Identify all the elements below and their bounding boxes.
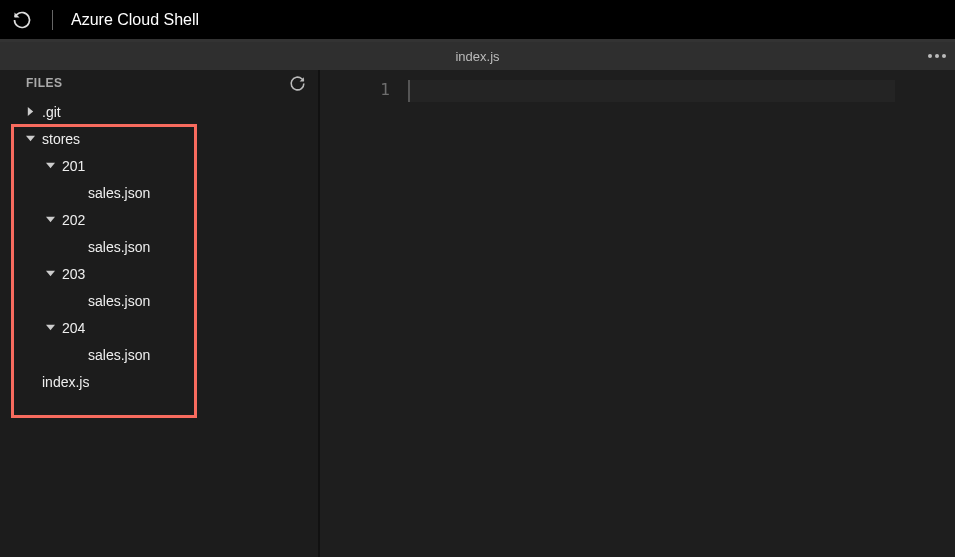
file-tree: .gitstores201sales.json202sales.json203s… — [0, 96, 318, 397]
line-gutter: 1 — [320, 70, 408, 557]
restart-button[interactable] — [10, 8, 34, 32]
line-number: 1 — [320, 80, 408, 102]
code-content[interactable] — [408, 70, 955, 557]
tree-item[interactable]: .git — [0, 98, 318, 125]
active-tab-title[interactable]: index.js — [455, 49, 499, 64]
tree-item[interactable]: sales.json — [0, 341, 318, 368]
tree-item-label: 203 — [62, 266, 85, 282]
tree-item[interactable]: index.js — [0, 368, 318, 395]
tree-item[interactable]: 201 — [0, 152, 318, 179]
svg-point-0 — [928, 54, 932, 58]
top-toolbar: Azure Cloud Shell — [0, 0, 955, 42]
tree-item-label: .git — [42, 104, 61, 120]
tree-item[interactable]: sales.json — [0, 179, 318, 206]
toolbar-divider — [52, 10, 53, 30]
svg-point-1 — [935, 54, 939, 58]
file-explorer-sidebar: FILES .gitstores201sales.json202sales.js… — [0, 70, 320, 557]
ellipsis-icon — [927, 53, 947, 59]
app-title: Azure Cloud Shell — [71, 11, 199, 29]
tree-item-label: index.js — [42, 374, 89, 390]
tree-item-label: sales.json — [88, 293, 150, 309]
tree-item[interactable]: sales.json — [0, 287, 318, 314]
chevron-down-icon — [44, 214, 56, 226]
main-area: FILES .gitstores201sales.json202sales.js… — [0, 70, 955, 557]
chevron-down-icon — [44, 160, 56, 172]
chevron-down-icon — [24, 133, 36, 145]
restart-icon — [12, 10, 32, 30]
tree-item-label: sales.json — [88, 185, 150, 201]
refresh-files-button[interactable] — [289, 75, 306, 92]
svg-point-2 — [942, 54, 946, 58]
tree-item-label: 201 — [62, 158, 85, 174]
tab-overflow-menu[interactable] — [927, 53, 947, 59]
files-header: FILES — [0, 70, 318, 96]
tree-item[interactable]: 204 — [0, 314, 318, 341]
tree-item-label: sales.json — [88, 347, 150, 363]
tab-bar: index.js — [0, 42, 955, 70]
tree-item[interactable]: 202 — [0, 206, 318, 233]
chevron-right-icon — [24, 106, 36, 118]
tree-item[interactable]: stores — [0, 125, 318, 152]
chevron-down-icon — [44, 268, 56, 280]
tree-item-label: stores — [42, 131, 80, 147]
tree-item-label: 204 — [62, 320, 85, 336]
chevron-down-icon — [44, 322, 56, 334]
tree-item[interactable]: 203 — [0, 260, 318, 287]
tree-item[interactable]: sales.json — [0, 233, 318, 260]
tree-item-label: 202 — [62, 212, 85, 228]
files-header-label: FILES — [26, 76, 63, 90]
code-editor[interactable]: 1 — [320, 70, 955, 557]
active-line[interactable] — [408, 80, 895, 102]
refresh-icon — [289, 75, 306, 92]
tree-item-label: sales.json — [88, 239, 150, 255]
